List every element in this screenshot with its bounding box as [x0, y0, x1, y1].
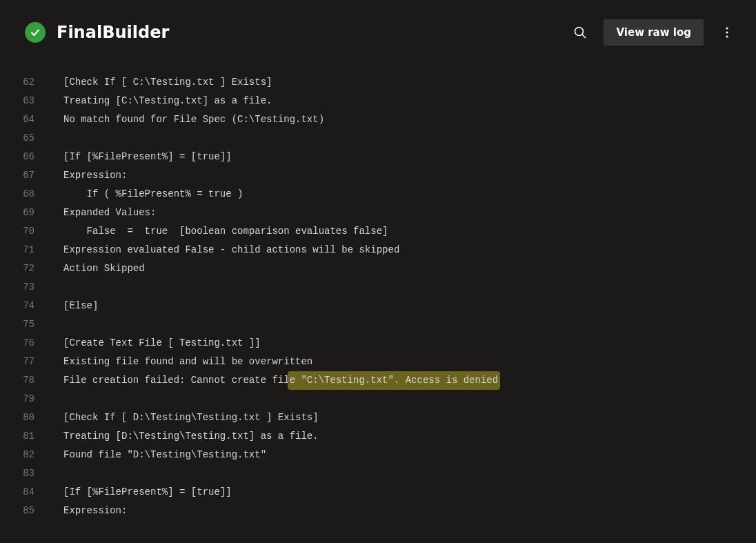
svg-point-3 — [726, 31, 728, 33]
line-number: 74 — [0, 297, 40, 315]
line-number: 80 — [0, 408, 40, 427]
line-number: 67 — [0, 166, 40, 185]
line-number: 65 — [0, 129, 40, 148]
line-content: Found file "D:\Testing\Testing.txt" — [40, 446, 266, 464]
line-content: [Check If [ C:\Testing.txt ] Exists] — [40, 73, 272, 92]
header-actions: View raw log — [570, 19, 737, 46]
more-options-button[interactable] — [717, 23, 737, 42]
line-number: 64 — [0, 110, 40, 129]
line-number: 63 — [0, 92, 40, 110]
line-number: 68 — [0, 185, 40, 204]
line-number: 78 — [0, 371, 40, 390]
line-content: Expression: — [40, 502, 127, 520]
line-content — [40, 129, 63, 148]
line-content: [Check If [ D:\Testing\Testing.txt ] Exi… — [40, 408, 319, 427]
line-content: [Create Text File [ Testing.txt ]] — [40, 334, 261, 353]
log-line: 85Expression: — [0, 502, 756, 520]
log-line: 78File creation failed: Cannot create fi… — [0, 371, 756, 390]
log-line: 84[If [%FilePresent%] = [true]] — [0, 483, 756, 502]
log-line: 63Treating [C:\Testing.txt] as a file. — [0, 92, 756, 110]
log-output[interactable]: 62[Check If [ C:\Testing.txt ] Exists]63… — [0, 59, 756, 520]
line-number: 66 — [0, 148, 40, 166]
log-line: 76[Create Text File [ Testing.txt ]] — [0, 334, 756, 353]
log-line: 80[Check If [ D:\Testing\Testing.txt ] E… — [0, 408, 756, 427]
log-line: 64No match found for File Spec (C:\Testi… — [0, 110, 756, 129]
header: FinalBuilder View raw log — [0, 0, 756, 59]
line-number: 83 — [0, 464, 40, 483]
line-content: If ( %FilePresent% = true ) — [40, 185, 243, 204]
log-line: 74[Else] — [0, 297, 756, 315]
svg-line-1 — [583, 34, 586, 37]
line-content: Expression evaluated False - child actio… — [40, 241, 399, 259]
log-line: 82Found file "D:\Testing\Testing.txt" — [0, 446, 756, 464]
log-line: 71Expression evaluated False - child act… — [0, 241, 756, 259]
line-number: 62 — [0, 73, 40, 92]
log-line: 75 — [0, 315, 756, 334]
line-number: 85 — [0, 502, 40, 520]
line-content: Treating [D:\Testing\Testing.txt] as a f… — [40, 427, 319, 446]
line-content — [40, 278, 63, 297]
search-icon — [573, 26, 587, 39]
log-line: 70 False = true [boolean comparison eval… — [0, 222, 756, 241]
line-number: 71 — [0, 241, 40, 259]
svg-point-4 — [726, 35, 728, 37]
line-content — [40, 464, 63, 483]
line-number: 73 — [0, 278, 40, 297]
line-number: 82 — [0, 446, 40, 464]
line-number: 69 — [0, 204, 40, 222]
status-badge-success — [25, 22, 46, 43]
check-icon — [30, 27, 41, 38]
view-raw-log-button[interactable]: View raw log — [604, 19, 704, 46]
line-content: False = true [boolean comparison evaluat… — [40, 222, 388, 241]
log-line: 69Expanded Values: — [0, 204, 756, 222]
line-content: File creation failed: Cannot create file… — [40, 371, 500, 390]
line-content: No match found for File Spec (C:\Testing… — [40, 110, 324, 129]
line-content: Treating [C:\Testing.txt] as a file. — [40, 92, 272, 110]
search-button[interactable] — [570, 23, 590, 42]
line-content: [If [%FilePresent%] = [true]] — [40, 483, 232, 502]
line-number: 77 — [0, 353, 40, 371]
log-line: 81Treating [D:\Testing\Testing.txt] as a… — [0, 427, 756, 446]
more-vertical-icon — [720, 26, 734, 39]
log-line: 68 If ( %FilePresent% = true ) — [0, 185, 756, 204]
log-line: 65 — [0, 129, 756, 148]
line-content — [40, 315, 63, 334]
log-line: 77Existing file found and will be overwr… — [0, 353, 756, 371]
line-content: [Else] — [40, 297, 98, 315]
log-line: 73 — [0, 278, 756, 297]
line-number: 76 — [0, 334, 40, 353]
log-line: 66[If [%FilePresent%] = [true]] — [0, 148, 756, 166]
line-number: 84 — [0, 483, 40, 502]
line-content: Existing file found and will be overwrit… — [40, 353, 312, 371]
highlighted-text: e "C:\Testing.txt". Access is denied — [288, 371, 500, 390]
log-line: 83 — [0, 464, 756, 483]
line-number: 70 — [0, 222, 40, 241]
line-number: 75 — [0, 315, 40, 334]
line-content: Action Skipped — [40, 259, 145, 278]
log-line: 67Expression: — [0, 166, 756, 185]
line-content: Expanded Values: — [40, 204, 156, 222]
line-number: 72 — [0, 259, 40, 278]
log-line: 62[Check If [ C:\Testing.txt ] Exists] — [0, 73, 756, 92]
svg-point-2 — [726, 27, 728, 29]
page-title: FinalBuilder — [57, 23, 559, 42]
line-content: Expression: — [40, 166, 127, 185]
line-number: 79 — [0, 390, 40, 408]
log-line: 79 — [0, 390, 756, 408]
line-content: [If [%FilePresent%] = [true]] — [40, 148, 232, 166]
line-content — [40, 390, 63, 408]
line-number: 81 — [0, 427, 40, 446]
log-line: 72Action Skipped — [0, 259, 756, 278]
